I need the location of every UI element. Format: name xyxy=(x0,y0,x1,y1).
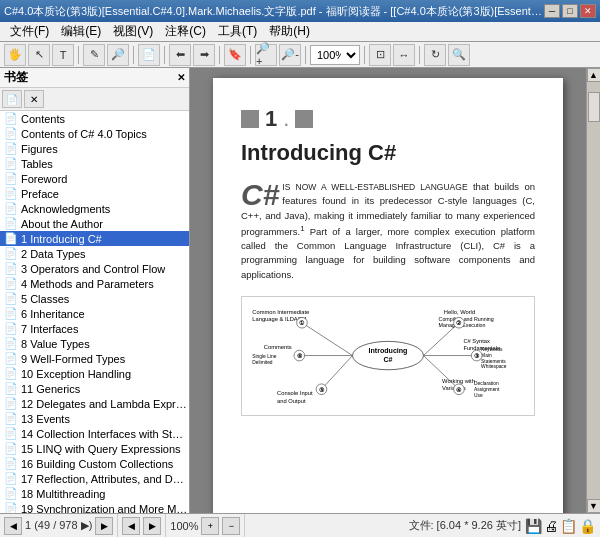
node5-text2: and Output xyxy=(277,397,306,403)
sidebar-new-button[interactable]: 📄 xyxy=(2,90,22,108)
folder-icon: 📄 xyxy=(4,472,18,485)
print-icon[interactable]: 🖨 xyxy=(544,518,558,534)
menu-tools[interactable]: 工具(T) xyxy=(212,22,263,41)
open-button[interactable]: 📄 xyxy=(138,44,160,66)
list-item[interactable]: 📄3 Operators and Control Flow xyxy=(0,261,189,276)
fit-page-button[interactable]: ⊡ xyxy=(369,44,391,66)
list-item[interactable]: 📄6 Inheritance xyxy=(0,306,189,321)
folder-icon: 📄 xyxy=(4,217,18,230)
list-item[interactable]: 📄Preface xyxy=(0,186,189,201)
toolbar-separator-4 xyxy=(219,46,220,64)
chapter-number: 1 xyxy=(265,106,277,132)
list-item[interactable]: 📄9 Well-Formed Types xyxy=(0,351,189,366)
body-text-1: that builds on features found in its pre… xyxy=(241,181,535,280)
zoom-out-button[interactable]: 🔎- xyxy=(279,44,301,66)
status-nav-right[interactable]: ▶ xyxy=(143,517,161,535)
list-item[interactable]: 📄15 LINQ with Query Expressions xyxy=(0,441,189,456)
zoom-button[interactable]: 🔎 xyxy=(107,44,129,66)
menu-help[interactable]: 帮助(H) xyxy=(263,22,316,41)
lock-icon[interactable]: 🔒 xyxy=(579,518,596,534)
save-icon[interactable]: 💾 xyxy=(525,518,542,534)
list-item[interactable]: 📄Tables xyxy=(0,156,189,171)
text-tool-button[interactable]: T xyxy=(52,44,74,66)
list-item-selected[interactable]: 📄1 Introducing C# xyxy=(0,231,189,246)
minimize-button[interactable]: ─ xyxy=(544,4,560,18)
list-item[interactable]: 📄Figures xyxy=(0,141,189,156)
fit-width-button[interactable]: ↔ xyxy=(393,44,415,66)
folder-icon: 📄 xyxy=(4,337,18,350)
list-item[interactable]: 📄17 Reflection, Attributes, and Dynar... xyxy=(0,471,189,486)
list-item[interactable]: 📄5 Classes xyxy=(0,291,189,306)
scroll-thumb[interactable] xyxy=(588,92,600,122)
scroll-up-arrow[interactable]: ▲ xyxy=(587,68,601,82)
chapter-header: 1 . xyxy=(241,106,535,132)
rotate-button[interactable]: ↻ xyxy=(424,44,446,66)
folder-icon: 📄 xyxy=(4,412,18,425)
list-item[interactable]: 📄13 Events xyxy=(0,411,189,426)
chapter-deco-square-right xyxy=(295,110,313,128)
status-file-info: 文件: [6.04 * 9.26 英寸] xyxy=(409,518,522,533)
list-item[interactable]: 📄Acknowledgments xyxy=(0,201,189,216)
folder-icon: 📄 xyxy=(4,247,18,260)
menu-annotation[interactable]: 注释(C) xyxy=(159,22,212,41)
sidebar-delete-button[interactable]: ✕ xyxy=(24,90,44,108)
title-text: C#4.0本质论(第3版)[Essential.C#4.0].Mark.Mich… xyxy=(4,4,544,19)
list-item[interactable]: 📄19 Synchronization and More Multith... xyxy=(0,501,189,513)
node2-sub1: Compiling and Running xyxy=(439,316,494,322)
copy-icon[interactable]: 📋 xyxy=(560,518,577,534)
zoom-in-button[interactable]: 🔎+ xyxy=(255,44,277,66)
toolbar-separator-3 xyxy=(164,46,165,64)
title-bar: C#4.0本质论(第3版)[Essential.C#4.0].Mark.Mich… xyxy=(0,0,600,22)
folder-icon: 📄 xyxy=(4,322,18,335)
list-item[interactable]: 📄12 Delegates and Lambda Expressio... xyxy=(0,396,189,411)
pdf-viewer[interactable]: 1 . Introducing C# C# IS NOW A WELL-ESTA… xyxy=(190,68,586,513)
scroll-down-arrow[interactable]: ▼ xyxy=(587,499,601,513)
node5-text1: Console Input xyxy=(277,390,313,396)
prev-page-button[interactable]: ⬅ xyxy=(169,44,191,66)
status-page-info: 1 (49 / 978 ▶) xyxy=(25,519,92,532)
list-item[interactable]: 📄Contents of C# 4.0 Topics xyxy=(0,126,189,141)
hand-tool-button[interactable]: 🖐 xyxy=(4,44,26,66)
status-zoom-out[interactable]: − xyxy=(222,517,240,535)
list-item[interactable]: 📄14 Collection Interfaces with Standa... xyxy=(0,426,189,441)
diagram-center-text1: Introducing xyxy=(369,347,408,355)
status-bar: ◀ 1 (49 / 978 ▶) ▶ ◀ ▶ 100% + − 文件: [6.0… xyxy=(0,513,600,537)
menu-edit[interactable]: 编辑(E) xyxy=(55,22,107,41)
find-button[interactable]: 🔍 xyxy=(448,44,470,66)
bookmark-button[interactable]: 🔖 xyxy=(224,44,246,66)
list-item[interactable]: 📄4 Methods and Parameters xyxy=(0,276,189,291)
status-prev-button[interactable]: ◀ xyxy=(4,517,22,535)
list-item[interactable]: 📄16 Building Custom Collections xyxy=(0,456,189,471)
status-zoom-in[interactable]: + xyxy=(201,517,219,535)
list-item[interactable]: 📄Foreword xyxy=(0,171,189,186)
tree-container[interactable]: 📄Contents 📄Contents of C# 4.0 Topics 📄Fi… xyxy=(0,111,189,513)
list-item[interactable]: 📄11 Generics xyxy=(0,381,189,396)
menu-file[interactable]: 文件(F) xyxy=(4,22,55,41)
maximize-button[interactable]: □ xyxy=(562,4,578,18)
list-item[interactable]: 📄18 Multithreading xyxy=(0,486,189,501)
node4-sub3: Use xyxy=(474,393,483,398)
list-item[interactable]: 📄8 Value Types xyxy=(0,336,189,351)
list-item[interactable]: 📄About the Author xyxy=(0,216,189,231)
zoom-combo[interactable]: 100% 75% 150% xyxy=(310,45,360,65)
menu-view[interactable]: 视图(V) xyxy=(107,22,159,41)
vertical-scrollbar[interactable]: ▲ ▼ xyxy=(586,68,600,513)
folder-icon: 📄 xyxy=(4,277,18,290)
list-item[interactable]: 📄Contents xyxy=(0,111,189,126)
scroll-track[interactable] xyxy=(587,82,600,499)
next-page-button[interactable]: ➡ xyxy=(193,44,215,66)
status-next-button[interactable]: ▶ xyxy=(95,517,113,535)
node3-sub4: Whitespace xyxy=(481,364,507,369)
list-item[interactable]: 📄10 Exception Handling xyxy=(0,366,189,381)
select-tool-button[interactable]: ↖ xyxy=(28,44,50,66)
close-button[interactable]: ✕ xyxy=(580,4,596,18)
status-nav-left[interactable]: ◀ xyxy=(122,517,140,535)
list-item[interactable]: 📄2 Data Types xyxy=(0,246,189,261)
node6-text1: Comments xyxy=(264,344,292,350)
annotate-button[interactable]: ✎ xyxy=(83,44,105,66)
sidebar-close-icon[interactable]: ✕ xyxy=(177,72,185,83)
list-item[interactable]: 📄7 Interfaces xyxy=(0,321,189,336)
node6-sub2: Delimited xyxy=(252,360,273,365)
sidebar-title: 书签 xyxy=(4,69,28,86)
folder-icon: 📄 xyxy=(4,457,18,470)
